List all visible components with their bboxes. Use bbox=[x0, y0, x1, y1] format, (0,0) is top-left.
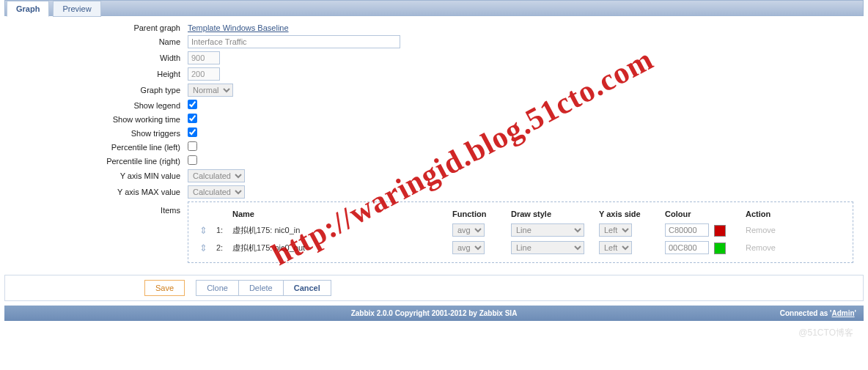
function-select[interactable]: avg bbox=[452, 223, 485, 237]
footer-copyright: Zabbix 2.0.0 Copyright 2001-2012 by Zabb… bbox=[4, 309, 864, 317]
col-function: Function bbox=[448, 207, 507, 221]
footer-connected-suffix: ' bbox=[855, 309, 856, 317]
parent-graph-link[interactable]: Template Windows Baseline bbox=[188, 23, 289, 32]
row-index: 2: bbox=[212, 239, 228, 256]
name-label: Name bbox=[4, 37, 188, 46]
row-index: 1: bbox=[212, 221, 228, 239]
height-label: Height bbox=[4, 70, 188, 78]
remove-link[interactable]: Remove bbox=[746, 243, 776, 252]
tab-preview[interactable]: Preview bbox=[53, 1, 100, 17]
percentile-right-label: Percentile line (right) bbox=[4, 157, 188, 166]
tabs-bar: Graph Preview bbox=[4, 0, 864, 16]
remove-link[interactable]: Remove bbox=[746, 226, 776, 234]
col-action: Action bbox=[741, 207, 847, 221]
show-working-time-checkbox[interactable] bbox=[188, 114, 197, 123]
show-triggers-checkbox[interactable] bbox=[188, 127, 197, 137]
width-input[interactable] bbox=[188, 51, 220, 64]
yaxis-select[interactable]: Left bbox=[599, 241, 632, 254]
drawstyle-select[interactable]: Line bbox=[511, 223, 584, 237]
show-legend-checkbox[interactable] bbox=[188, 100, 197, 109]
parent-graph-label: Parent graph bbox=[4, 23, 188, 32]
yaxis-select[interactable]: Left bbox=[599, 223, 632, 237]
footer: Zabbix 2.0.0 Copyright 2001-2012 by Zabb… bbox=[4, 306, 864, 321]
delete-button[interactable]: Delete bbox=[239, 280, 284, 296]
function-select[interactable]: avg bbox=[452, 241, 485, 254]
items-box: Name Function Draw style Y axis side Col… bbox=[188, 201, 853, 263]
clone-button[interactable]: Clone bbox=[196, 280, 239, 296]
colour-swatch[interactable] bbox=[714, 225, 726, 237]
percentile-right-checkbox[interactable] bbox=[188, 155, 197, 165]
graph-type-label: Graph type bbox=[4, 86, 188, 95]
col-drawstyle: Draw style bbox=[507, 207, 595, 221]
drawstyle-select[interactable]: Line bbox=[511, 241, 584, 254]
cancel-button[interactable]: Cancel bbox=[284, 280, 331, 296]
height-input[interactable] bbox=[188, 67, 220, 81]
drag-handle-icon[interactable]: ⇕ bbox=[199, 225, 207, 236]
tab-graph[interactable]: Graph bbox=[7, 1, 49, 17]
name-input[interactable] bbox=[188, 35, 400, 48]
row-name: 虚拟机175: nic0_in bbox=[228, 221, 448, 239]
graph-form: Parent graph Template Windows Baseline N… bbox=[0, 16, 868, 270]
ymin-label: Y axis MIN value bbox=[4, 171, 188, 180]
col-name: Name bbox=[228, 207, 448, 221]
drag-handle-icon[interactable]: ⇕ bbox=[199, 243, 207, 254]
table-row: ⇕ 2: 虚拟机175: nic0_out avg Line Left Remo… bbox=[194, 239, 847, 256]
items-label: Items bbox=[4, 201, 188, 215]
percentile-left-checkbox[interactable] bbox=[188, 141, 197, 151]
save-button[interactable]: Save bbox=[144, 280, 185, 296]
items-table: Name Function Draw style Y axis side Col… bbox=[194, 207, 847, 256]
ymin-select[interactable]: Calculated bbox=[188, 169, 245, 182]
show-working-time-label: Show working time bbox=[4, 115, 188, 124]
col-yaxis: Y axis side bbox=[595, 207, 661, 221]
ymax-label: Y axis MAX value bbox=[4, 188, 188, 196]
show-triggers-label: Show triggers bbox=[4, 129, 188, 138]
row-name: 虚拟机175: nic0_out bbox=[228, 239, 448, 256]
footer-user-link[interactable]: Admin bbox=[832, 309, 855, 317]
footer-connected: Connected as 'Admin' bbox=[780, 309, 856, 317]
graph-type-select[interactable]: Normal bbox=[188, 84, 233, 97]
percentile-left-label: Percentile line (left) bbox=[4, 143, 188, 152]
colour-input[interactable] bbox=[665, 223, 709, 237]
width-label: Width bbox=[4, 53, 188, 62]
table-row: ⇕ 1: 虚拟机175: nic0_in avg Line Left Remov… bbox=[194, 221, 847, 239]
colour-input[interactable] bbox=[665, 241, 709, 254]
button-bar: Save Clone Delete Cancel bbox=[4, 275, 864, 301]
colour-swatch[interactable] bbox=[714, 243, 726, 254]
show-legend-label: Show legend bbox=[4, 101, 188, 110]
footer-connected-prefix: Connected as ' bbox=[780, 309, 832, 317]
col-colour: Colour bbox=[661, 207, 741, 221]
ymax-select[interactable]: Calculated bbox=[188, 185, 245, 199]
